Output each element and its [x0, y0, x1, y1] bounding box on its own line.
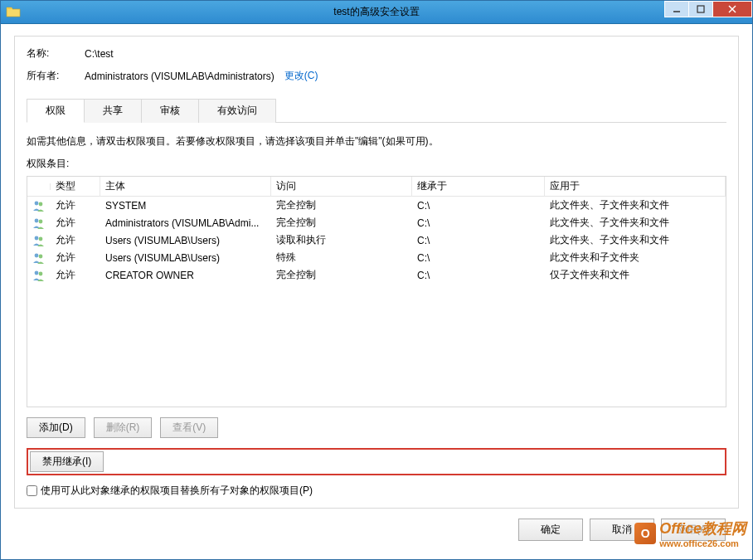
advanced-security-dialog: test的高级安全设置 名称: C:\test 所有者: Administrat… [0, 0, 753, 560]
replace-child-label: 使用可从此对象继承的权限项目替换所有子对象的权限项目(P) [41, 484, 313, 498]
cell-access: 完全控制 [271, 214, 412, 231]
ok-button[interactable]: 确定 [518, 519, 583, 541]
svg-point-8 [35, 236, 39, 240]
owner-row: 所有者: Administrators (VISUMLAB\Administra… [27, 69, 726, 83]
cell-applies: 仅子文件夹和文件 [545, 266, 726, 284]
svg-rect-1 [697, 6, 704, 12]
view-button[interactable]: 查看(V) [160, 417, 218, 438]
tab-strip: 权限 共享 审核 有效访问 [27, 98, 726, 123]
tab-permissions[interactable]: 权限 [27, 99, 85, 123]
cell-inherited: C:\ [412, 268, 545, 283]
cell-inherited: C:\ [412, 198, 545, 213]
cell-type: 允许 [51, 197, 100, 214]
cell-principal: Administrators (VISUMLAB\Admi... [100, 216, 271, 231]
content-frame: 名称: C:\test 所有者: Administrators (VISUMLA… [14, 36, 739, 509]
tab-audit[interactable]: 审核 [141, 99, 199, 123]
owner-label: 所有者: [27, 69, 85, 83]
table-row[interactable]: 允许 Users (VISUMLAB\Users) 读取和执行 C:\ 此文件夹… [27, 231, 726, 249]
window-controls [665, 1, 752, 17]
cell-inherited: C:\ [412, 251, 545, 265]
cell-access: 读取和执行 [271, 231, 412, 249]
change-owner-link[interactable]: 更改(C) [284, 69, 318, 83]
cell-access: 特殊 [271, 249, 412, 266]
svg-point-12 [35, 270, 39, 275]
cell-applies: 此文件夹和子文件夹 [545, 249, 726, 266]
cell-type: 允许 [51, 231, 100, 249]
cell-principal: CREATOR OWNER [100, 268, 271, 283]
cell-inherited: C:\ [412, 216, 545, 231]
owner-value: Administrators (VISUMLAB\Administrators) [85, 71, 274, 82]
cell-applies: 此文件夹、子文件夹和文件 [545, 214, 726, 231]
tab-effective-access[interactable]: 有效访问 [198, 99, 276, 123]
header-icon [27, 183, 51, 190]
cancel-button[interactable]: 取消 [590, 519, 654, 541]
users-icon [32, 199, 46, 212]
cell-inherited: C:\ [412, 233, 545, 248]
permission-table[interactable]: 类型 主体 访问 继承于 应用于 允许 SYSTEM 完全控制 C:\ 此文件夹… [27, 176, 726, 407]
cell-access: 完全控制 [271, 197, 412, 214]
svg-point-5 [39, 202, 43, 206]
cell-type: 允许 [51, 249, 100, 266]
svg-point-11 [39, 254, 43, 258]
table-row[interactable]: 允许 Administrators (VISUMLAB\Admi... 完全控制… [27, 214, 726, 231]
name-value: C:\test [85, 48, 114, 60]
add-button[interactable]: 添加(D) [27, 417, 85, 438]
action-buttons: 添加(D) 删除(R) 查看(V) [27, 417, 726, 438]
header-inherited[interactable]: 继承于 [412, 176, 545, 197]
cell-applies: 此文件夹、子文件夹和文件 [545, 231, 726, 249]
svg-point-13 [39, 271, 43, 275]
dialog-footer: 确定 取消 应用(A) [14, 509, 739, 551]
svg-point-10 [35, 253, 39, 257]
cell-type: 允许 [51, 214, 100, 231]
hint-text: 如需其他信息，请双击权限项目。若要修改权限项目，请选择该项目并单击"编辑"(如果… [27, 134, 726, 149]
name-label: 名称: [27, 46, 85, 61]
replace-child-checkbox[interactable] [27, 485, 37, 496]
name-row: 名称: C:\test [27, 46, 726, 61]
disable-inheritance-button[interactable]: 禁用继承(I) [30, 451, 104, 472]
highlight-annotation: 禁用继承(I) [27, 448, 726, 475]
users-icon [32, 234, 46, 247]
users-icon [32, 269, 46, 282]
svg-point-7 [39, 219, 43, 223]
cell-principal: SYSTEM [100, 198, 271, 213]
permission-entries-label: 权限条目: [27, 157, 726, 171]
header-applies[interactable]: 应用于 [545, 176, 726, 197]
replace-child-permissions-row: 使用可从此对象继承的权限项目替换所有子对象的权限项目(P) [27, 484, 726, 498]
table-row[interactable]: 允许 SYSTEM 完全控制 C:\ 此文件夹、子文件夹和文件 [27, 197, 726, 214]
folder-icon [6, 5, 21, 18]
svg-point-6 [35, 218, 39, 222]
cell-applies: 此文件夹、子文件夹和文件 [545, 197, 726, 214]
tab-share[interactable]: 共享 [84, 99, 142, 123]
header-type[interactable]: 类型 [51, 176, 100, 197]
table-row[interactable]: 允许 Users (VISUMLAB\Users) 特殊 C:\ 此文件夹和子文… [27, 249, 726, 266]
apply-button[interactable]: 应用(A) [661, 519, 726, 541]
dialog-content: 名称: C:\test 所有者: Administrators (VISUMLA… [1, 24, 752, 559]
header-principal[interactable]: 主体 [100, 176, 271, 197]
maximize-button[interactable] [688, 1, 713, 17]
table-header: 类型 主体 访问 继承于 应用于 [27, 177, 726, 197]
table-row[interactable]: 允许 CREATOR OWNER 完全控制 C:\ 仅子文件夹和文件 [27, 266, 726, 284]
cell-access: 完全控制 [271, 266, 412, 284]
users-icon [32, 251, 46, 265]
svg-point-4 [35, 201, 39, 205]
svg-point-9 [39, 236, 43, 241]
cell-type: 允许 [51, 266, 100, 284]
cell-principal: Users (VISUMLAB\Users) [100, 233, 271, 248]
minimize-button[interactable] [664, 1, 689, 17]
cell-principal: Users (VISUMLAB\Users) [100, 251, 271, 265]
users-icon [32, 217, 46, 230]
window-title: test的高级安全设置 [333, 5, 419, 19]
remove-button[interactable]: 删除(R) [94, 417, 153, 438]
titlebar: test的高级安全设置 [1, 1, 752, 24]
close-button[interactable] [712, 1, 752, 17]
header-access[interactable]: 访问 [271, 176, 412, 197]
